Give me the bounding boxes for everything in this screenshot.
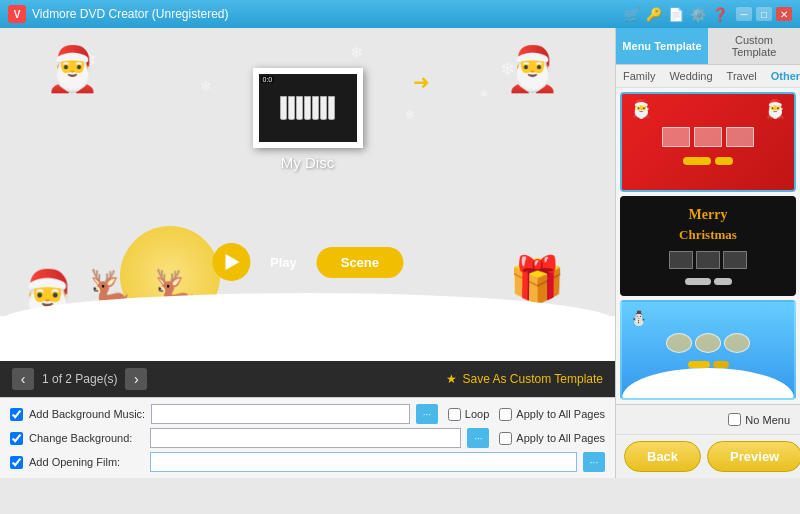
bg-music-label: Add Background Music: [29, 408, 145, 420]
snowflake: ❄ [200, 78, 212, 94]
menu-template-tab[interactable]: Menu Template [616, 28, 708, 64]
t3-buttons [688, 361, 729, 368]
loop-group: Loop [448, 408, 489, 421]
app-icon: V [8, 5, 26, 23]
family-tab[interactable]: Family [616, 66, 662, 86]
close-button[interactable]: ✕ [776, 7, 792, 21]
template-item-3[interactable]: ⛄ [620, 300, 796, 400]
app-title: Vidmore DVD Creator (Unregistered) [32, 7, 624, 21]
play-button[interactable] [212, 243, 250, 281]
t2-title: Merry [689, 207, 728, 223]
star-icon: ★ [446, 372, 457, 386]
scene-button[interactable]: Scene [317, 247, 403, 278]
save-template-button[interactable]: ★ Save As Custom Template [446, 372, 603, 386]
loop-checkbox[interactable] [448, 408, 461, 421]
no-menu-label: No Menu [745, 414, 790, 426]
opening-film-row: Add Opening Film: ··· [10, 452, 605, 472]
change-bg-input[interactable] [150, 428, 461, 448]
opening-film-checkbox[interactable] [10, 456, 23, 469]
bg-music-apply-checkbox[interactable] [499, 408, 512, 421]
travel-tab[interactable]: Travel [720, 66, 764, 86]
maximize-button[interactable]: □ [756, 7, 772, 21]
save-template-label: Save As Custom Template [462, 372, 603, 386]
file-icon[interactable]: 📄 [668, 7, 684, 22]
t1-santa-right: 🎅 [764, 98, 786, 120]
wedding-tab[interactable]: Wedding [662, 66, 719, 86]
help-icon[interactable]: ❓ [712, 7, 728, 22]
dvd-controls: Play Scene [212, 243, 403, 281]
back-button[interactable]: Back [624, 441, 701, 472]
template-item-2[interactable]: Merry Christmas [620, 196, 796, 296]
loop-label: Loop [465, 408, 489, 420]
t2-title2: Christmas [679, 227, 737, 243]
bg-music-browse-button[interactable]: ··· [416, 404, 438, 424]
video-thumbnail-wrapper: 0:0 My Disc [253, 68, 363, 171]
opening-film-input[interactable] [150, 452, 577, 472]
santa-hat-left: 🎅 [45, 43, 100, 95]
snowflake: ❄ [350, 43, 363, 62]
opening-film-label: Add Opening Film: [29, 456, 144, 468]
key-icon[interactable]: 🔑 [646, 7, 662, 22]
settings-icon[interactable]: ⚙️ [690, 7, 706, 22]
template-3-content: ⛄ [622, 302, 794, 398]
action-bar: No Menu [616, 404, 800, 434]
change-bg-browse-button[interactable]: ··· [467, 428, 489, 448]
titlebar: V Vidmore DVD Creator (Unregistered) 🛒 🔑… [0, 0, 800, 28]
gift-box: 🎁 [509, 253, 565, 306]
page-info: 1 of 2 Page(s) [42, 372, 117, 386]
left-panel: ❄ ❄ ❄ ❄ ❄ ❄ 🎅 🎅 🎅🦌🦌 🎁 [0, 28, 615, 478]
t1-thumbnails [662, 127, 754, 147]
change-bg-apply-group: Apply to All Pages [499, 432, 605, 445]
preview-button[interactable]: Preview [707, 441, 800, 472]
options-bar: Add Background Music: ··· Loop Apply to … [0, 397, 615, 478]
bg-music-row: Add Background Music: ··· Loop Apply to … [10, 404, 605, 424]
bg-music-checkbox[interactable] [10, 408, 23, 421]
t1-santa-left: 🎅 [630, 98, 652, 120]
t3-thumbnails [666, 333, 750, 353]
bg-music-input[interactable] [151, 404, 410, 424]
page-navigation: ‹ 1 of 2 Page(s) › ★ Save As Custom Temp… [0, 361, 615, 397]
category-tabs: Family Wedding Travel Others › [616, 65, 800, 88]
change-bg-apply-label: Apply to All Pages [516, 432, 605, 444]
window-controls: ─ □ ✕ [736, 7, 792, 21]
change-bg-label: Change Background: [29, 432, 144, 444]
prev-page-button[interactable]: ‹ [12, 368, 34, 390]
cart-icon[interactable]: 🛒 [624, 7, 640, 22]
video-timestamp: 0:0 [261, 76, 275, 83]
t2-buttons [685, 278, 732, 285]
no-menu-checkbox[interactable] [728, 413, 741, 426]
bg-music-apply-group: Apply to All Pages [499, 408, 605, 421]
snowflake: ❄ [405, 108, 415, 122]
template-list: 🎅 🎅 Merry [616, 88, 800, 404]
dvd-preview: ❄ ❄ ❄ ❄ ❄ ❄ 🎅 🎅 🎅🦌🦌 🎁 [0, 28, 615, 361]
snowflake: ❄ [480, 88, 488, 99]
main-area: ❄ ❄ ❄ ❄ ❄ ❄ 🎅 🎅 🎅🦌🦌 🎁 [0, 28, 800, 478]
template-tabs: Menu Template Custom Template [616, 28, 800, 65]
t1-buttons [683, 157, 733, 165]
yellow-arrow: ➜ [413, 70, 430, 94]
template-2-content: Merry Christmas [622, 198, 794, 294]
next-page-button[interactable]: › [125, 368, 147, 390]
t2-thumbnails [669, 251, 747, 269]
custom-template-tab[interactable]: Custom Template [708, 28, 800, 64]
minimize-button[interactable]: ─ [736, 7, 752, 21]
santa-hat-right: 🎅 [505, 43, 560, 95]
t3-santa: ⛄ [630, 310, 647, 326]
play-label: Play [270, 255, 297, 270]
no-menu-group: No Menu [728, 413, 790, 426]
bottom-buttons: Back Preview Burn [616, 434, 800, 478]
others-tab[interactable]: Others [764, 66, 800, 86]
change-bg-apply-checkbox[interactable] [499, 432, 512, 445]
opening-film-browse-button[interactable]: ··· [583, 452, 605, 472]
video-thumbnail: 0:0 [253, 68, 363, 148]
template-item-1[interactable]: 🎅 🎅 [620, 92, 796, 192]
right-panel: Menu Template Custom Template Family Wed… [615, 28, 800, 478]
change-bg-checkbox[interactable] [10, 432, 23, 445]
bg-music-apply-label: Apply to All Pages [516, 408, 605, 420]
template-1-content: 🎅 🎅 [622, 94, 794, 190]
change-bg-row: Change Background: ··· Apply to All Page… [10, 428, 605, 448]
disc-title: My Disc [253, 154, 363, 171]
cloud-base [0, 316, 615, 361]
